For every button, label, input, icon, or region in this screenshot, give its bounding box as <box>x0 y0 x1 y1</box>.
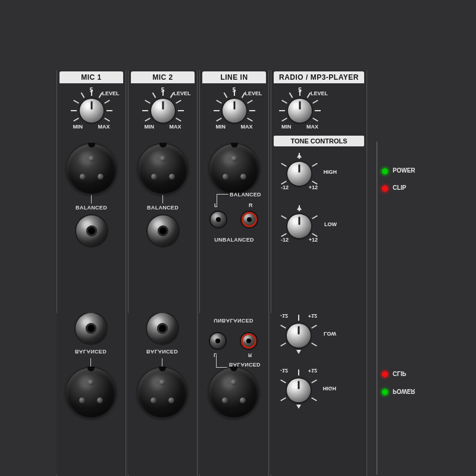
l-label: L <box>214 202 218 208</box>
mixer-panel: MIC 1 5 LEVEL MIN MAX BALANCED MIC 2 5 L… <box>57 70 422 476</box>
xlr-jack-mirror[interactable] <box>209 368 259 418</box>
label-level: LEVEL <box>102 90 119 96</box>
trs-jack[interactable] <box>148 215 178 246</box>
channel-header: MIC 1 <box>60 71 123 83</box>
power-label: POWER <box>393 167 415 174</box>
balanced-label: BALANCED <box>230 192 261 198</box>
balanced-label: BALANCED <box>57 205 126 211</box>
level-knob[interactable]: 5 LEVEL MIN MAX <box>136 86 190 137</box>
channel-title: LINE IN <box>220 73 248 82</box>
knob-dial-icon <box>80 99 104 123</box>
level-knob[interactable]: 5 LEVEL MIN MAX <box>208 86 261 137</box>
label-5: 5 <box>90 87 93 93</box>
clip-led-mirror-icon <box>382 371 388 377</box>
channel-title: MIC 1 <box>81 73 102 82</box>
power-led-mirror-icon <box>382 389 388 395</box>
unbalanced-label: UNBALANCED <box>200 237 268 243</box>
channel-header: LINE IN <box>202 71 266 83</box>
level-knob[interactable]: 5 LEVEL MIN MAX <box>273 86 327 137</box>
tone-low-knob[interactable]: LOW -12 +12 <box>273 200 326 251</box>
channel-header: RADIO / MP3-PLAYER <box>274 71 364 83</box>
level-knob[interactable]: 5 LEVEL MIN MAX <box>65 86 118 137</box>
rca-r-jack[interactable] <box>242 212 257 227</box>
power-led-icon <box>382 168 388 174</box>
xlr-jack[interactable] <box>209 144 259 194</box>
rca-l-jack-mirror[interactable] <box>210 333 226 349</box>
label-min: MIN <box>73 124 83 130</box>
tone-high-knob-mirror[interactable]: -12 +12 HIGH <box>272 364 325 415</box>
label-max: MAX <box>98 124 110 130</box>
xlr-jack[interactable] <box>138 144 188 194</box>
clip-led-icon <box>382 186 388 192</box>
rca-l-jack[interactable] <box>211 212 226 227</box>
trs-jack-mirror[interactable] <box>76 313 107 344</box>
xlr-jack[interactable] <box>67 144 117 194</box>
xlr-jack-mirror[interactable] <box>137 368 187 418</box>
tone-controls-header: TONE CONTROLS <box>274 136 364 146</box>
r-label: R <box>249 202 253 208</box>
mirrored-section: BALANCED BALANCED UNBALANCED L R BALANCE… <box>57 313 422 475</box>
tone-low-knob-mirror[interactable]: -12 +12 LOW <box>272 313 325 361</box>
clip-label: CLIP <box>393 184 406 191</box>
trs-jack-mirror[interactable] <box>147 313 178 344</box>
channel-header: MIC 2 <box>131 71 195 83</box>
xlr-jack-mirror[interactable] <box>66 368 116 418</box>
channel-title: MIC 2 <box>152 73 173 82</box>
rca-r-jack-mirror[interactable] <box>241 333 256 349</box>
channel-title: RADIO / MP3-PLAYER <box>279 73 359 82</box>
connector-line <box>91 195 92 203</box>
trs-jack[interactable] <box>76 215 107 246</box>
tone-high-knob[interactable]: HIGH -12 +12 <box>273 148 326 199</box>
